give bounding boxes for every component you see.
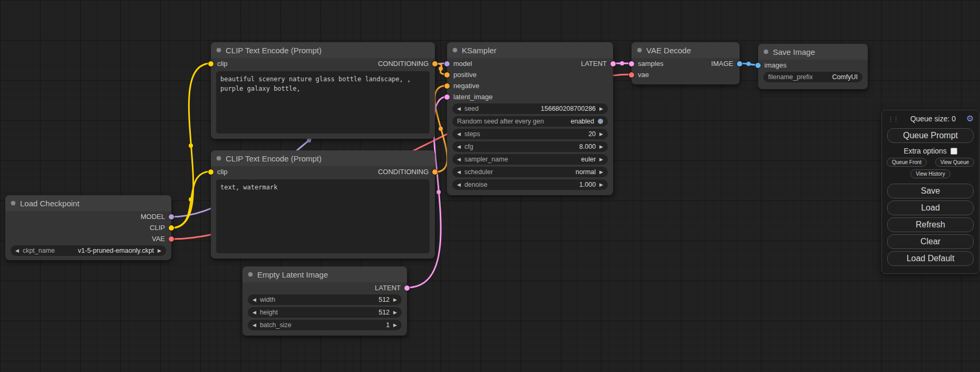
widget-cfg[interactable]: ◀ cfg 8.000 ▶	[452, 141, 608, 152]
latent-output-port[interactable]	[404, 285, 410, 291]
load-default-button[interactable]: Load Default	[887, 251, 974, 266]
node-header[interactable]: VAE Decode	[632, 42, 740, 58]
widget-width[interactable]: ◀ width 512 ▶	[248, 294, 402, 305]
widget-name: scheduler	[464, 168, 493, 176]
save-button[interactable]: Save	[887, 184, 974, 198]
decrement-arrow-icon[interactable]: ◀	[253, 298, 256, 302]
decrement-arrow-icon[interactable]: ◀	[15, 249, 19, 253]
increment-arrow-icon[interactable]: ▶	[599, 170, 603, 175]
increment-arrow-icon[interactable]: ▶	[599, 183, 603, 187]
image-output-port[interactable]	[737, 61, 742, 66]
decrement-arrow-icon[interactable]: ◀	[457, 157, 461, 162]
decrement-arrow-icon[interactable]: ◀	[253, 310, 256, 315]
samples-input-port[interactable]	[629, 61, 634, 66]
increment-arrow-icon[interactable]: ▶	[393, 323, 397, 328]
decrement-arrow-icon[interactable]: ◀	[457, 132, 461, 137]
widget-name: seed	[464, 105, 479, 112]
positive-prompt-textarea[interactable]: beautiful scenery nature glass bottle la…	[216, 71, 430, 133]
widget-scheduler[interactable]: ◀ scheduler normal ▶	[452, 167, 608, 177]
node-clip-text-encode-positive[interactable]: CLIP Text Encode (Prompt) clip CONDITION…	[211, 42, 435, 139]
widget-steps[interactable]: ◀ steps 20 ▶	[452, 129, 608, 139]
clip-input-port[interactable]	[208, 169, 214, 175]
conditioning-output-port[interactable]	[432, 61, 438, 66]
history-row: View History	[885, 169, 976, 178]
wire-midpoint-dot	[436, 190, 441, 194]
node-collapse-dot[interactable]	[637, 47, 642, 53]
node-ksampler[interactable]: KSampler model LATENT positive negative …	[447, 42, 613, 195]
widget-ckpt-name[interactable]: ◀ ckpt_name v1-5-pruned-emaonly.ckpt ▶	[11, 245, 166, 256]
decrement-arrow-icon[interactable]: ◀	[457, 107, 461, 111]
vae-output-port[interactable]	[169, 236, 174, 242]
slot-row: samples IMAGE	[632, 58, 740, 69]
conditioning-output-port[interactable]	[432, 169, 438, 175]
node-header[interactable]: Save Image	[758, 44, 868, 60]
node-vae-decode[interactable]: VAE Decode samples IMAGE vae	[632, 42, 740, 84]
slot-label-clip: CLIP	[150, 224, 165, 232]
clip-output-port[interactable]	[169, 225, 174, 231]
toggle-on-dot[interactable]	[598, 119, 603, 124]
node-header[interactable]: Load Checkpoint	[5, 195, 171, 211]
widget-seed[interactable]: ◀ seed 156680208700286 ▶	[452, 103, 608, 114]
queue-prompt-button[interactable]: Queue Prompt	[887, 128, 974, 143]
node-collapse-dot[interactable]	[11, 201, 16, 206]
increment-arrow-icon[interactable]: ▶	[599, 132, 603, 137]
widget-name: filename_prefix	[768, 73, 813, 81]
extra-options-checkbox[interactable]	[950, 148, 957, 155]
widget-value: normal	[576, 168, 596, 176]
clear-button[interactable]: Clear	[887, 234, 974, 249]
decrement-arrow-icon[interactable]: ◀	[457, 183, 461, 187]
view-history-button[interactable]: View History	[910, 169, 950, 178]
refresh-button[interactable]: Refresh	[887, 217, 974, 232]
increment-arrow-icon[interactable]: ▶	[599, 107, 603, 111]
clip-input-port[interactable]	[208, 61, 214, 66]
images-input-port[interactable]	[755, 63, 761, 68]
increment-arrow-icon[interactable]: ▶	[393, 310, 397, 315]
slot-label-model: MODEL	[141, 213, 165, 221]
node-save-image[interactable]: Save Image images filename_prefix ComfyU…	[758, 44, 868, 89]
node-header[interactable]: CLIP Text Encode (Prompt)	[211, 150, 435, 166]
vae-input-port[interactable]	[629, 72, 634, 78]
node-header[interactable]: CLIP Text Encode (Prompt)	[211, 42, 435, 58]
node-header[interactable]: Empty Latent Image	[242, 266, 407, 282]
widget-filename-prefix[interactable]: filename_prefix ComfyUI	[763, 72, 862, 82]
drag-handle-icon[interactable]: ⋮⋮	[887, 115, 900, 123]
latent-image-input-port[interactable]	[444, 94, 450, 100]
settings-gear-icon[interactable]: ⚙	[966, 115, 974, 123]
widget-random-seed-toggle[interactable]: Random seed after every gen enabled	[452, 116, 608, 127]
widget-batch-size[interactable]: ◀ batch_size 1 ▶	[248, 320, 402, 330]
latent-output-port[interactable]	[610, 61, 616, 66]
view-queue-button[interactable]: View Queue	[935, 158, 974, 167]
model-input-port[interactable]	[444, 61, 450, 66]
decrement-arrow-icon[interactable]: ◀	[253, 323, 256, 328]
node-graph-canvas[interactable]: Load Checkpoint MODEL CLIP VAE ◀ ckpt_na…	[0, 0, 980, 372]
widget-sampler-name[interactable]: ◀ sampler_name euler ▶	[452, 154, 608, 165]
negative-input-port[interactable]	[444, 83, 450, 89]
decrement-arrow-icon[interactable]: ◀	[457, 145, 461, 149]
slot-label-vae: VAE	[152, 235, 165, 243]
queue-size-text: Queue size:	[910, 115, 950, 123]
node-collapse-dot[interactable]	[248, 272, 253, 277]
load-button[interactable]: Load	[887, 201, 974, 215]
node-collapse-dot[interactable]	[763, 49, 769, 54]
increment-arrow-icon[interactable]: ▶	[393, 298, 397, 302]
queue-front-button[interactable]: Queue Front	[887, 158, 927, 167]
increment-arrow-icon[interactable]: ▶	[599, 157, 603, 162]
wire-midpoint-dot	[439, 127, 443, 131]
node-empty-latent-image[interactable]: Empty Latent Image LATENT ◀ width 512 ▶ …	[242, 266, 407, 336]
model-output-port[interactable]	[169, 214, 174, 220]
node-collapse-dot[interactable]	[452, 47, 458, 53]
node-collapse-dot[interactable]	[216, 156, 221, 161]
node-header[interactable]: KSampler	[447, 42, 613, 58]
increment-arrow-icon[interactable]: ▶	[158, 249, 161, 253]
widget-height[interactable]: ◀ height 512 ▶	[248, 307, 402, 318]
positive-input-port[interactable]	[444, 72, 450, 78]
widget-denoise[interactable]: ◀ denoise 1.000 ▶	[452, 179, 608, 190]
wire-midpoint-dot	[439, 66, 443, 71]
increment-arrow-icon[interactable]: ▶	[599, 145, 603, 149]
widget-value: v1-5-pruned-emaonly.ckpt	[78, 247, 154, 254]
node-load-checkpoint[interactable]: Load Checkpoint MODEL CLIP VAE ◀ ckpt_na…	[5, 195, 171, 260]
node-clip-text-encode-negative[interactable]: CLIP Text Encode (Prompt) clip CONDITION…	[211, 150, 435, 259]
negative-prompt-textarea[interactable]: text, watermark	[216, 179, 430, 253]
node-collapse-dot[interactable]	[216, 47, 221, 53]
decrement-arrow-icon[interactable]: ◀	[457, 170, 461, 175]
